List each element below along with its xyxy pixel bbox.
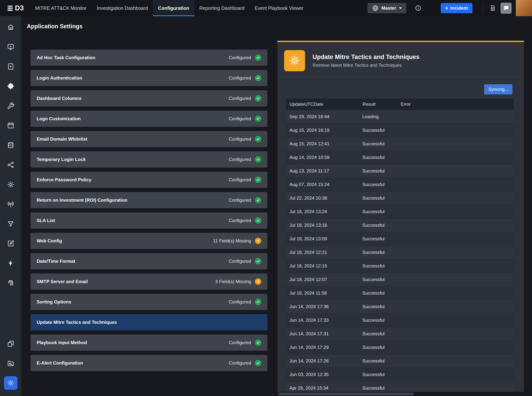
column-header-updateutcdate[interactable]: UpdateUTCDate (286, 99, 359, 110)
config-list-item[interactable]: Update Mitre Tactics and Techniques (30, 314, 267, 330)
data-management-icon[interactable] (0, 138, 21, 152)
form-editor-icon[interactable] (0, 237, 21, 250)
table-header-row: UpdateUTCDate Result Error (286, 99, 514, 110)
detail-panel-titles: Update Mitre Tactics and Techniques Retr… (313, 53, 420, 68)
main-nav: MITRE ATT&CK Monitor Investigation Dashb… (30, 0, 308, 16)
globe-icon (372, 5, 379, 12)
filter-icon[interactable] (0, 217, 21, 231)
nav-tab[interactable]: Reporting Dashboard (194, 0, 250, 16)
log-row: Apr 26, 2024 15:34 Successful (286, 381, 514, 392)
documents-icon[interactable] (0, 337, 21, 350)
log-result-cell: Loading (359, 114, 397, 119)
utilities-icon[interactable] (0, 99, 21, 113)
nav-tab[interactable]: Event Playbook Viewer (250, 0, 309, 16)
config-item-status: Configured (229, 95, 261, 102)
config-list-item[interactable]: Dashboard Columns Configured (30, 90, 267, 106)
log-date-cell: Jul 18, 2024 13:24 (286, 209, 359, 214)
user-avatar[interactable] (516, 0, 532, 16)
page-title: Application Settings (21, 16, 532, 30)
config-status-text: Configured (229, 218, 251, 223)
config-list: Ad Hoc Task Configuration Configured (30, 41, 267, 396)
automation-icon[interactable] (0, 256, 21, 270)
log-row: Jun 03, 2024 12:35 Successful (286, 368, 514, 381)
config-list-item[interactable]: Login Authentication Configured (30, 70, 267, 86)
playbook-icon[interactable] (0, 60, 21, 73)
config-list-item[interactable]: Sorting Options Configured (30, 294, 267, 310)
log-row: Jun 14, 2024 17:26 Successful (286, 354, 514, 368)
config-item-status: Configured (229, 136, 261, 142)
config-item-status: Configured (229, 177, 261, 183)
release-notes-button[interactable] (487, 2, 498, 14)
config-item-label: Ad Hoc Task Configuration (37, 55, 95, 60)
event-monitor-icon[interactable] (0, 40, 21, 53)
broadcast-icon[interactable] (0, 198, 21, 211)
config-list-item[interactable]: SLA List Configured (30, 212, 267, 229)
fingerprint-icon[interactable] (0, 276, 21, 290)
media-library-icon[interactable] (0, 357, 21, 370)
config-item-status: 3 Field(s) Missing (215, 278, 261, 285)
config-item-status: Configured (229, 258, 261, 264)
log-row: Jul 22, 2024 10:38 Successful (286, 192, 514, 205)
log-date-cell: Aug 15, 2024 16:19 (286, 128, 359, 133)
configured-check-icon (255, 299, 261, 305)
nav-tab[interactable]: MITRE ATT&CK Monitor (30, 0, 91, 16)
body-area: Application Settings Ad Hoc Task Configu… (0, 16, 532, 396)
config-item-status: Configured (229, 197, 261, 203)
link-analysis-icon[interactable] (0, 158, 21, 172)
horizontal-scrollbar-thumb[interactable] (278, 393, 414, 395)
left-sidebar (0, 16, 21, 396)
config-item-label: Update Mitre Tactics and Techniques (37, 320, 117, 325)
configured-check-icon (255, 197, 261, 203)
api-icon[interactable] (0, 178, 21, 191)
site-selector-dropdown[interactable]: Master (368, 3, 406, 13)
config-list-item[interactable]: Email Domain Whitelist Configured (30, 131, 267, 147)
sync-row: Syncing... (286, 80, 514, 99)
config-list-item[interactable]: Playbook Input Method Configured (30, 335, 267, 351)
config-item-label: E-Alert Configuration (37, 360, 83, 366)
config-list-item[interactable]: Ad Hoc Task Configuration Configured (30, 50, 267, 66)
log-date-cell: Aug 07, 2024 15:24 (286, 182, 359, 187)
chat-button[interactable] (501, 3, 512, 14)
config-list-item[interactable]: SMTP Server and Email 3 Field(s) Missing (30, 274, 267, 290)
nav-tab[interactable]: Configuration (153, 0, 194, 16)
home-icon[interactable] (0, 20, 21, 34)
log-result-cell: Successful (359, 345, 397, 350)
config-status-text: Configured (229, 55, 251, 60)
nav-tab[interactable]: Investigation Dashboard (92, 0, 153, 16)
log-row: Jul 18, 2024 13:09 Successful (286, 232, 514, 246)
settings-active-indicator (4, 376, 18, 390)
config-list-item[interactable]: Enforce Password Policy Configured (30, 172, 267, 188)
config-list-item[interactable]: Date/Time Format Configured (30, 253, 267, 269)
column-header-result[interactable]: Result (359, 99, 397, 110)
info-button[interactable] (412, 2, 424, 14)
log-date-cell: Jun 14, 2024 17:31 (286, 331, 359, 337)
schedule-icon[interactable] (0, 119, 21, 132)
settings-icon[interactable] (0, 376, 21, 390)
log-row: Aug 07, 2024 15:24 Successful (286, 178, 514, 192)
configured-check-icon (255, 95, 261, 102)
d3-logo[interactable]: D3 (0, 4, 30, 12)
log-result-cell: Successful (359, 209, 397, 214)
horizontal-scrollbar[interactable] (277, 392, 524, 396)
config-item-label: Logo Customization (37, 116, 81, 121)
main-area: Application Settings Ad Hoc Task Configu… (21, 16, 532, 396)
new-incident-button[interactable]: + Incident (441, 3, 473, 13)
d3-logo-text: D3 (15, 4, 24, 12)
log-result-cell: Successful (359, 195, 397, 201)
log-row: Jul 18, 2024 13:16 Successful (286, 219, 514, 232)
config-list-item[interactable]: Web Config 11 Field(s) Missing (30, 233, 267, 249)
log-row: Jul 18, 2024 13:24 Successful (286, 205, 514, 219)
config-list-item[interactable]: Return on Investment (ROI) Configuration… (30, 192, 267, 208)
log-date-cell: Jul 18, 2024 12:21 (286, 250, 359, 255)
integrations-icon[interactable] (0, 79, 21, 93)
config-list-item[interactable]: Logo Customization Configured (30, 111, 267, 127)
document-icon (489, 5, 496, 12)
column-header-error[interactable]: Error (397, 99, 514, 110)
log-date-cell: Jun 14, 2024 17:36 (286, 304, 359, 309)
log-date-cell: Jul 18, 2024 13:16 (286, 223, 359, 228)
sync-button[interactable]: Syncing... (484, 84, 512, 94)
log-result-cell: Successful (359, 358, 397, 364)
config-list-item[interactable]: E-Alert Configuration Configured (30, 355, 267, 371)
config-list-item[interactable]: Temporary Login Lock Configured (30, 151, 267, 168)
detail-panel-subtitle: Retrieve latest Mitre Tactics and Techni… (313, 63, 420, 68)
